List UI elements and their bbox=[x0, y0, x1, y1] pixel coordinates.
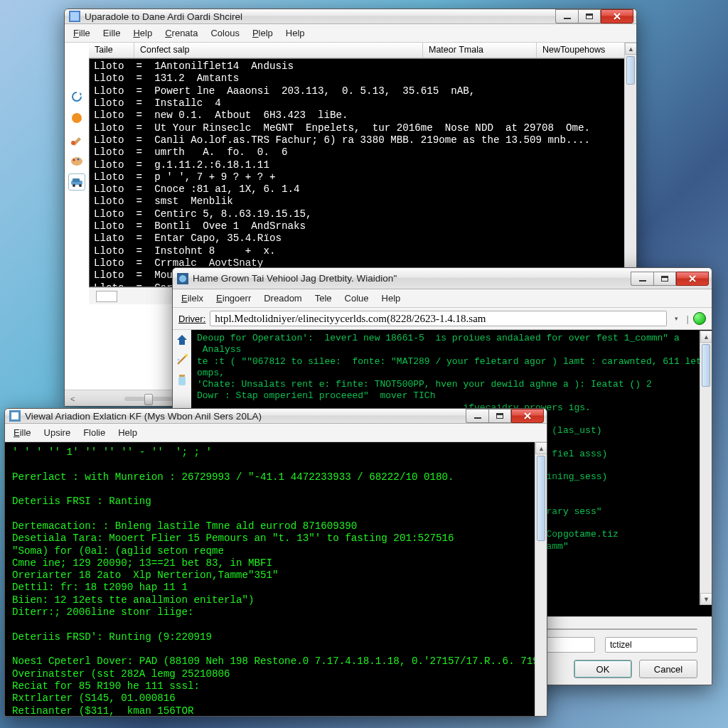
minimize-button[interactable] bbox=[466, 409, 488, 423]
col-mateor[interactable]: Mateor Tmala bbox=[423, 43, 537, 58]
window-title: Hame Grown Tai Vehiool Jag Dretbity. Wia… bbox=[193, 273, 631, 284]
address-dropdown[interactable]: ▾ bbox=[671, 315, 682, 322]
menu-help[interactable]: Help bbox=[127, 26, 158, 41]
refresh-icon[interactable] bbox=[68, 88, 85, 105]
minimize-button[interactable] bbox=[555, 9, 578, 23]
col-newtoupe[interactable]: NewToupehows bbox=[537, 43, 636, 58]
maximize-button[interactable] bbox=[578, 9, 601, 23]
menu-eingoerr[interactable]: Eingoerr bbox=[210, 291, 257, 306]
address-label: Driver: bbox=[178, 314, 205, 324]
menu-plelp[interactable]: Plelp bbox=[247, 26, 279, 41]
svg-rect-1 bbox=[70, 12, 79, 21]
menubar: Eille Upsire Flolie Help bbox=[5, 424, 547, 442]
svg-point-5 bbox=[73, 159, 75, 161]
status-dot: < bbox=[70, 395, 75, 403]
menu-colue[interactable]: Colue bbox=[339, 291, 375, 306]
maximize-button[interactable] bbox=[653, 272, 676, 286]
titlebar[interactable]: Uparadole to Dane Ardi Oardi Shcirel bbox=[65, 9, 636, 24]
svg-point-4 bbox=[71, 157, 82, 166]
input-text: tctizel bbox=[610, 640, 632, 650]
svg-rect-16 bbox=[179, 375, 185, 377]
menubar: Eilelx Eingoerr Dreadom Tele Colue Help bbox=[173, 289, 712, 308]
minimize-button[interactable] bbox=[631, 272, 653, 286]
svg-point-9 bbox=[73, 184, 75, 187]
svg-point-14 bbox=[178, 359, 180, 361]
svg-rect-8 bbox=[73, 178, 80, 182]
menu-upsire[interactable]: Upsire bbox=[38, 425, 77, 440]
menu-help[interactable]: Help bbox=[112, 425, 143, 440]
home-icon[interactable] bbox=[175, 333, 189, 349]
menu-help2[interactable]: Help bbox=[280, 26, 311, 41]
address-value: htpl.Medtolidniyer/elinecityycerlds.com(… bbox=[215, 313, 486, 325]
menu-flolie[interactable]: Flolie bbox=[77, 425, 111, 440]
columns-header: Taile Confect salp Mateor Tmala NewToupe… bbox=[89, 43, 636, 58]
app-icon bbox=[177, 273, 188, 284]
svg-point-3 bbox=[71, 141, 75, 145]
ok-button[interactable]: OK bbox=[574, 660, 632, 678]
titlebar[interactable]: Viewal Ariadion Exlaticn KF (Mys Wbon An… bbox=[5, 409, 547, 424]
window-controls bbox=[631, 272, 709, 286]
console-output: Lloto = 1Antonilflet14 Andusis Lloto = 1… bbox=[89, 58, 636, 287]
vertical-toolbar bbox=[68, 88, 86, 191]
sep: | bbox=[687, 314, 689, 324]
window-controls bbox=[466, 409, 544, 423]
svg-point-13 bbox=[185, 354, 188, 357]
palette-icon[interactable] bbox=[68, 152, 85, 169]
svg-rect-15 bbox=[178, 377, 186, 385]
titlebar[interactable]: Hame Grown Tai Vehiool Jag Dretbity. Wia… bbox=[173, 268, 712, 289]
jar-icon[interactable] bbox=[176, 373, 188, 389]
console-output: ' ' ' '' 1' '' '' '' - '' '; ; ' Pererla… bbox=[5, 442, 547, 717]
menu-dreadom[interactable]: Dreadom bbox=[258, 291, 307, 306]
menubar: Fille Eille Help Crenata Colous Plelp He… bbox=[65, 24, 636, 43]
cancel-button[interactable]: Cancel bbox=[639, 660, 697, 678]
menu-eille[interactable]: Eille bbox=[97, 26, 127, 41]
wand-icon[interactable] bbox=[176, 353, 188, 368]
close-button[interactable] bbox=[601, 9, 633, 23]
go-button[interactable] bbox=[693, 312, 706, 325]
maximize-button[interactable] bbox=[488, 409, 511, 423]
window-controls bbox=[555, 9, 633, 23]
window-title: Viewal Ariadion Exlaticn KF (Mys Wbon An… bbox=[25, 411, 466, 422]
menu-tele[interactable]: Tele bbox=[309, 291, 338, 306]
svg-point-6 bbox=[77, 159, 80, 161]
close-button[interactable] bbox=[511, 409, 544, 423]
menu-colous[interactable]: Colous bbox=[205, 26, 245, 41]
close-button[interactable] bbox=[676, 272, 709, 286]
app-icon bbox=[9, 410, 21, 422]
menu-eilelx[interactable]: Eilelx bbox=[176, 291, 209, 306]
address-input[interactable]: htpl.Medtolidniyer/elinecityycerlds.com(… bbox=[210, 311, 666, 326]
svg-point-2 bbox=[72, 113, 82, 123]
progress-bar bbox=[541, 628, 697, 630]
address-bar: Driver: htpl.Medtolidniyer/elinecityycer… bbox=[173, 308, 712, 330]
menu-crenata[interactable]: Crenata bbox=[159, 26, 203, 41]
svg-point-12 bbox=[179, 275, 186, 282]
vertical-scrollbar[interactable]: ▲ ▼ bbox=[700, 331, 712, 605]
col-taile[interactable]: Taile bbox=[89, 43, 134, 58]
car-icon[interactable] bbox=[68, 173, 85, 191]
orange-ball-icon[interactable] bbox=[68, 109, 85, 127]
window-viewal-ariadion: Viewal Ariadion Exlaticn KF (Mys Wbon An… bbox=[4, 408, 547, 717]
app-icon bbox=[69, 11, 80, 22]
small-input[interactable] bbox=[96, 291, 117, 302]
menu-eille[interactable]: Eille bbox=[8, 425, 37, 440]
brush-icon[interactable] bbox=[68, 131, 85, 148]
menu-help[interactable]: Help bbox=[376, 291, 407, 306]
svg-rect-18 bbox=[11, 412, 18, 419]
svg-point-10 bbox=[79, 184, 82, 187]
menu-fille[interactable]: Fille bbox=[68, 26, 96, 41]
col-confect[interactable]: Confect salp bbox=[134, 43, 423, 58]
input-tctizel[interactable]: tctizel bbox=[605, 637, 697, 653]
window-title: Uparadole to Dane Ardi Oardi Shcirel bbox=[85, 11, 555, 22]
vertical-scrollbar[interactable]: ▲ ▼ bbox=[535, 442, 547, 717]
